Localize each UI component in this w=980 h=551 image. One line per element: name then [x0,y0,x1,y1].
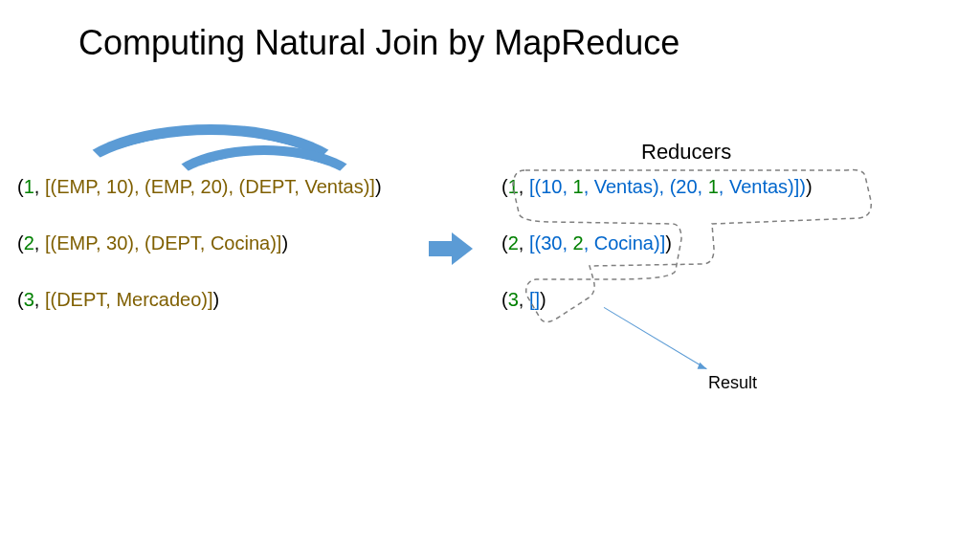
left-row-1: (1, [(EMP, 10), (EMP, 20), (DEPT, Ventas… [17,176,382,198]
right-row-3: (3, []) [501,289,813,311]
right-output-column: (1, [(10, 1, Ventas), (20, 1, Ventas)]))… [501,176,813,345]
reducers-heading: Reducers [641,140,731,165]
page-title: Computing Natural Join by MapReduce [78,23,679,63]
list: [(EMP, 10), (EMP, 20), (DEPT, Ventas)] [45,176,375,197]
comma: , [519,232,529,253]
right-row-2: (2, [(30, 2, Cocina)]) [501,232,813,254]
lparen: ( [17,289,24,310]
text-segment: , Ventas)]) [719,176,806,197]
left-row-3: (3, [(DEPT, Mercadeo)]) [17,289,382,311]
text-segment: [] [529,289,540,310]
text-segment: [(10, [529,176,573,197]
text-segment: 1 [708,176,719,197]
rparen: ) [281,232,288,253]
comma: , [34,232,45,253]
text-segment: 1 [573,176,584,197]
lparen: ( [17,176,24,197]
text-segment: [(30, [529,232,573,253]
seg: [(30, 2, Cocina)] [529,232,665,253]
arrow-shaft [429,241,454,256]
left-input-column: (1, [(EMP, 10), (EMP, 20), (DEPT, Ventas… [17,176,382,345]
list: [(DEPT, Mercadeo)] [45,289,213,310]
left-row-2: (2, [(EMP, 30), (DEPT, Cocina)]) [17,232,382,254]
list: [(EMP, 30), (DEPT, Cocina)] [45,232,281,253]
text-segment: 2 [573,232,584,253]
key: 1 [508,176,519,197]
seg: [(10, 1, Ventas), (20, 1, Ventas)]) [529,176,806,197]
rparen: ) [806,176,813,197]
comma: , [519,289,529,310]
comma: , [34,176,45,197]
arrow-head [452,232,473,265]
right-row-1: (1, [(10, 1, Ventas), (20, 1, Ventas)])) [501,176,813,198]
key: 3 [508,289,519,310]
big-arrow-icon [429,232,475,265]
key: 2 [24,232,34,253]
key: 2 [508,232,519,253]
svg-marker-1 [698,363,707,369]
rparen: ) [375,176,382,197]
rparen: ) [213,289,220,310]
comma: , [34,289,45,310]
result-label: Result [708,373,757,393]
rparen: ) [665,232,672,253]
text-segment: , Cocina)] [584,232,666,253]
comma: , [519,176,529,197]
lparen: ( [501,232,508,253]
key: 1 [24,176,34,197]
lparen: ( [501,289,508,310]
lparen: ( [17,232,24,253]
text-segment: , Ventas), (20, [584,176,708,197]
key: 3 [24,289,34,310]
seg: [] [529,289,540,310]
lparen: ( [501,176,508,197]
rparen: ) [540,289,546,310]
